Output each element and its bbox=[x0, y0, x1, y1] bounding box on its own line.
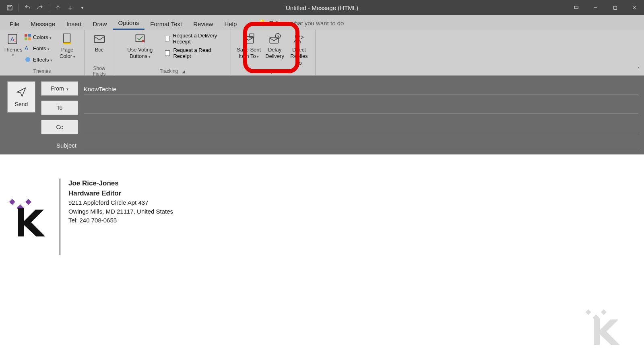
bcc-label: Bcc bbox=[95, 47, 104, 53]
colors-label: Colors bbox=[33, 34, 52, 40]
redo-icon[interactable] bbox=[36, 4, 44, 12]
page-color-button[interactable]: Page Color ▾ bbox=[54, 31, 81, 61]
signature-text: Joe Rice-Jones Hardware Editor 9211 Appl… bbox=[68, 179, 173, 225]
quick-access-toolbar: ▾ bbox=[0, 4, 86, 12]
save-sent-label: Save Sent Item To ▾ bbox=[237, 47, 261, 60]
ribbon-options: Aa Themes ▾ Colors A Fonts bbox=[0, 30, 644, 76]
lightbulb-icon: 💡 bbox=[258, 19, 266, 27]
delay-delivery-icon bbox=[268, 32, 282, 46]
direct-replies-icon bbox=[292, 32, 306, 46]
collapse-ribbon-icon[interactable]: ˄ bbox=[637, 66, 640, 73]
group-show-fields-label: Show Fields bbox=[88, 67, 111, 75]
window-title: Untitled - Message (HTML) bbox=[286, 4, 358, 11]
svg-rect-14 bbox=[94, 36, 105, 43]
svg-rect-2 bbox=[575, 6, 578, 9]
checkbox-icon bbox=[165, 36, 170, 41]
svg-rect-24 bbox=[586, 309, 591, 315]
tab-help[interactable]: Help bbox=[219, 17, 242, 30]
effects-icon bbox=[24, 56, 31, 63]
fonts-button[interactable]: A Fonts bbox=[23, 43, 54, 54]
from-button[interactable]: From bbox=[41, 81, 78, 96]
signature-name: Joe Rice-Jones bbox=[68, 179, 173, 189]
request-read-receipt-checkbox[interactable]: Request a Read Receipt bbox=[163, 46, 227, 60]
colors-button[interactable]: Colors bbox=[23, 31, 54, 43]
group-themes: Aa Themes ▾ Colors A Fonts bbox=[0, 30, 85, 75]
to-field[interactable] bbox=[84, 102, 638, 114]
svg-rect-23 bbox=[25, 199, 31, 205]
signature-tel: Tel: 240 708-0655 bbox=[68, 216, 173, 225]
message-header: Send From KnowTechie To Cc Subject bbox=[0, 76, 644, 154]
fonts-icon: A bbox=[24, 45, 31, 52]
tab-file[interactable]: File bbox=[4, 17, 25, 30]
subject-field[interactable] bbox=[84, 139, 638, 151]
signature-addr2: Owings Mills, MD 21117, United States bbox=[68, 207, 173, 216]
ribbon-display-options-icon[interactable] bbox=[567, 0, 586, 15]
arrow-down-icon[interactable] bbox=[66, 4, 74, 12]
signature-divider bbox=[60, 179, 60, 255]
tab-draw[interactable]: Draw bbox=[87, 17, 113, 30]
cc-field[interactable] bbox=[84, 121, 638, 133]
checkbox-icon bbox=[165, 50, 170, 56]
cc-button[interactable]: Cc bbox=[41, 120, 78, 134]
tab-insert[interactable]: Insert bbox=[61, 17, 87, 30]
svg-rect-15 bbox=[136, 35, 144, 41]
title-bar: ▾ Untitled - Message (HTML) bbox=[0, 0, 644, 15]
company-logo bbox=[7, 179, 52, 253]
tab-format-text[interactable]: Format Text bbox=[144, 17, 188, 30]
from-label: From bbox=[51, 85, 64, 92]
delay-delivery-label: Delay Delivery bbox=[265, 47, 284, 60]
tab-review[interactable]: Review bbox=[188, 17, 219, 30]
maximize-icon[interactable] bbox=[605, 0, 625, 15]
save-sent-item-to-button[interactable]: Save Sent Item To ▾ bbox=[234, 31, 263, 61]
to-button[interactable]: To bbox=[41, 101, 78, 115]
svg-rect-13 bbox=[64, 34, 70, 42]
close-icon[interactable] bbox=[625, 0, 644, 15]
watermark-logo bbox=[584, 308, 624, 350]
use-voting-buttons-button[interactable]: Use Voting Buttons ▾ bbox=[118, 31, 163, 61]
window-controls bbox=[567, 0, 644, 15]
from-value: KnowTechie bbox=[84, 82, 638, 95]
save-sent-icon bbox=[242, 32, 256, 46]
bcc-icon bbox=[93, 32, 106, 46]
group-tracking-label: Tracking◢ bbox=[118, 67, 227, 75]
signature-addr1: 9211 Appleford Circle Apt 437 bbox=[68, 198, 173, 207]
direct-replies-to-button[interactable]: Direct Replies To bbox=[286, 31, 312, 67]
signature-block: Joe Rice-Jones Hardware Editor 9211 Appl… bbox=[7, 179, 632, 255]
bcc-button[interactable]: Bcc bbox=[90, 31, 109, 54]
svg-rect-26 bbox=[601, 309, 607, 315]
svg-rect-8 bbox=[28, 34, 31, 37]
qat-customize-icon[interactable]: ▾ bbox=[78, 4, 86, 12]
send-button[interactable]: Send bbox=[7, 81, 35, 113]
effects-button[interactable]: Effects bbox=[23, 54, 54, 65]
tracking-launcher-icon[interactable]: ◢ bbox=[182, 69, 185, 74]
group-more-options: Save Sent Item To ▾ Delay Delivery Direc… bbox=[231, 30, 316, 75]
svg-rect-7 bbox=[25, 34, 27, 37]
direct-replies-label: Direct Replies To bbox=[289, 47, 310, 66]
fonts-label: Fonts bbox=[33, 45, 50, 51]
arrow-up-icon[interactable] bbox=[54, 4, 62, 12]
delay-delivery-button[interactable]: Delay Delivery bbox=[263, 31, 286, 61]
svg-point-12 bbox=[25, 57, 30, 62]
undo-icon[interactable] bbox=[24, 4, 32, 12]
page-color-icon bbox=[60, 32, 74, 46]
themes-button[interactable]: Aa Themes ▾ bbox=[3, 31, 23, 59]
signature-title: Hardware Editor bbox=[68, 189, 173, 199]
save-icon[interactable] bbox=[6, 4, 14, 12]
tell-me-search[interactable]: 💡 Tell me what you want to do bbox=[258, 16, 344, 30]
request-delivery-receipt-checkbox[interactable]: Request a Delivery Receipt bbox=[163, 31, 227, 46]
tab-options[interactable]: Options bbox=[113, 16, 145, 30]
message-body[interactable]: Joe Rice-Jones Hardware Editor 9211 Appl… bbox=[0, 154, 644, 362]
minimize-icon[interactable] bbox=[586, 0, 605, 15]
tab-message[interactable]: Message bbox=[25, 17, 61, 30]
subject-label: Subject bbox=[41, 142, 78, 149]
group-tracking: Use Voting Buttons ▾ Request a Delivery … bbox=[114, 30, 231, 75]
send-label: Send bbox=[15, 101, 28, 107]
page-color-label: Page Color ▾ bbox=[56, 47, 78, 60]
cc-label: Cc bbox=[56, 124, 63, 130]
svg-rect-1 bbox=[8, 8, 11, 10]
more-options-launcher-icon[interactable]: ◢ bbox=[288, 69, 291, 74]
send-icon bbox=[16, 86, 27, 98]
svg-point-20 bbox=[295, 34, 299, 39]
colors-icon bbox=[24, 33, 31, 41]
read-receipt-label: Request a Read Receipt bbox=[173, 47, 225, 59]
